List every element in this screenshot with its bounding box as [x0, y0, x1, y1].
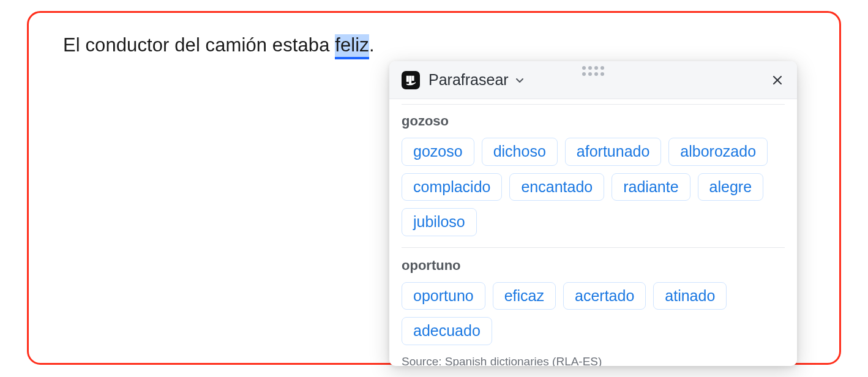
divider: [402, 247, 785, 248]
synonym-chip[interactable]: eficaz: [493, 282, 556, 310]
synonym-chip[interactable]: oportuno: [402, 282, 485, 310]
close-icon: [771, 74, 784, 86]
synonym-chip[interactable]: gozoso: [402, 138, 474, 166]
group-title: oportuno: [402, 258, 785, 274]
synonym-chip[interactable]: complacido: [402, 173, 502, 201]
drag-handle-icon[interactable]: [582, 66, 604, 76]
synonym-group: gozoso gozoso dichoso afortunado alboroz…: [402, 113, 785, 236]
synonym-chip[interactable]: alborozado: [668, 138, 768, 166]
synonym-group: oportuno oportuno eficaz acertado atinad…: [402, 258, 785, 345]
paraphrase-popup: Parafrasear gozoso gozoso dichoso afortu…: [389, 61, 797, 366]
synonym-chip[interactable]: jubiloso: [402, 208, 477, 236]
group-title: gozoso: [402, 113, 785, 129]
divider: [402, 104, 785, 105]
synonym-chip[interactable]: adecuado: [402, 317, 492, 345]
synonym-chip[interactable]: encantado: [509, 173, 604, 201]
popup-body: gozoso gozoso dichoso afortunado alboroz…: [389, 99, 797, 366]
synonym-chip[interactable]: afortunado: [565, 138, 662, 166]
close-button[interactable]: [769, 72, 786, 89]
synonym-chip[interactable]: alegre: [698, 173, 764, 201]
popup-title-dropdown[interactable]: Parafrasear: [428, 71, 525, 89]
popup-title-text: Parafrasear: [428, 71, 509, 89]
synonym-chip[interactable]: acertado: [563, 282, 646, 310]
highlighted-word[interactable]: feliz: [335, 34, 369, 59]
languagetool-icon: [402, 71, 420, 89]
chip-row: gozoso dichoso afortunado alborozado com…: [402, 138, 785, 236]
synonym-chip[interactable]: dichoso: [482, 138, 558, 166]
chip-row: oportuno eficaz acertado atinado adecuad…: [402, 282, 785, 345]
sentence-suffix: .: [369, 34, 375, 56]
synonym-chip[interactable]: atinado: [653, 282, 727, 310]
sentence[interactable]: El conductor del camión estaba feliz.: [63, 32, 805, 58]
synonym-chip[interactable]: radiante: [612, 173, 690, 201]
source-text: Source: Spanish dictionaries (RLA-ES): [402, 355, 785, 367]
chevron-down-icon: [515, 75, 525, 85]
sentence-prefix: El conductor del camión estaba: [63, 34, 335, 56]
popup-header: Parafrasear: [389, 61, 797, 99]
